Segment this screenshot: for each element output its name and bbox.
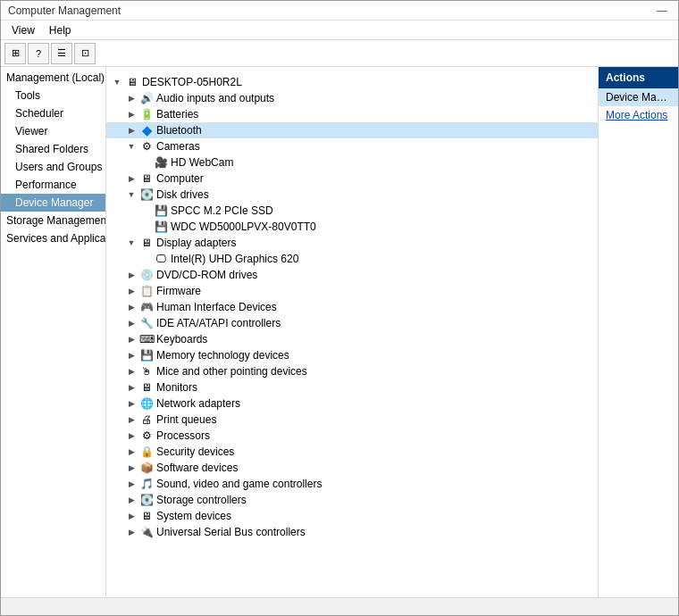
toggle-print[interactable]: ▶ [124,415,138,424]
computer-icon2: 🖥 [138,171,155,186]
sidebar-item-performance[interactable]: Performance [1,176,105,194]
print-label: Print queues [155,413,216,426]
tree-item-firmware[interactable]: ▶ 📋 Firmware [106,283,598,299]
title-bar-controls: — [653,4,671,17]
tree-item-storage-ctrl[interactable]: ▶ 💽 Storage controllers [106,492,598,508]
tree-item-mice[interactable]: ▶ 🖱 Mice and other pointing devices [106,363,598,379]
tree-item-monitors[interactable]: ▶ 🖥 Monitors [106,379,598,395]
toggle-bluetooth[interactable]: ▶ [124,126,138,135]
toggle-security[interactable]: ▶ [124,447,138,456]
sidebar-item-services-apps[interactable]: Services and Applications [1,229,105,247]
toggle-display[interactable]: ▼ [124,238,138,247]
sidebar: Management (Local) Tools Scheduler Viewe… [1,67,106,597]
right-panel: Actions Device Manager More Actions [598,67,678,597]
toggle-processors[interactable]: ▶ [124,431,138,440]
toggle-dvd[interactable]: ▶ [124,271,138,279]
batteries-label: Batteries [155,108,198,121]
toggle-audio[interactable]: ▶ [124,94,138,103]
storage-ctrl-label: Storage controllers [155,494,247,506]
tree-item-bluetooth[interactable]: ▶ ◆ Bluetooth [106,122,598,138]
sound-label: Sound, video and game controllers [155,478,322,490]
tree-item-audio[interactable]: ▶ 🔊 Audio inputs and outputs [106,90,598,106]
toolbar-btn-list[interactable]: ☰ [51,43,72,64]
sidebar-item-storage-management[interactable]: Storage Management [1,212,105,229]
wdc-label: WDC WD5000LPVX-80V0TT0 [169,221,316,233]
toggle-mice[interactable]: ▶ [124,367,138,376]
tree-item-software[interactable]: ▶ 📦 Software devices [106,460,598,476]
toggle-memory[interactable]: ▶ [124,351,138,360]
tree-item-sound[interactable]: ▶ 🎵 Sound, video and game controllers [106,476,598,492]
ide-label: IDE ATA/ATAPI controllers [155,317,281,329]
tree-item-wdc[interactable]: ▶ 💾 WDC WD5000LPVX-80V0TT0 [106,219,598,235]
sidebar-item-shared-folders[interactable]: Shared Folders [1,140,105,158]
cameras-label: Cameras [155,140,200,153]
sidebar-item-management-local[interactable]: Management (Local) [1,69,105,87]
intel-label: Intel(R) UHD Graphics 620 [169,253,298,265]
action-more-actions[interactable]: More Actions [599,106,678,124]
display-icon: 🖥 [138,236,155,250]
toggle-cameras[interactable]: ▼ [124,142,138,151]
tree-item-intel-uhd[interactable]: ▶ 🖵 Intel(R) UHD Graphics 620 [106,251,598,267]
tree-item-ide[interactable]: ▶ 🔧 IDE ATA/ATAPI controllers [106,315,598,331]
tree-item-computer[interactable]: ▶ 🖥 Computer [106,171,598,187]
action-device-manager[interactable]: Device Manager [599,88,678,106]
toggle-network[interactable]: ▶ [124,399,138,408]
firmware-label: Firmware [155,285,201,297]
tree-item-processors[interactable]: ▶ ⚙ Processors [106,428,598,444]
actions-header: Actions [599,67,678,88]
hid-label: Human Interface Devices [155,301,277,313]
tree-item-keyboards[interactable]: ▶ ⌨ Keyboards [106,331,598,347]
tree-item-root[interactable]: ▼ 🖥 DESKTOP-05H0R2L [106,74,598,90]
storage-ctrl-icon: 💽 [138,493,155,507]
content-area[interactable]: ▼ 🖥 DESKTOP-05H0R2L ▶ 🔊 Audio inputs and… [106,67,598,597]
toggle-disk-drives[interactable]: ▼ [124,190,138,199]
hd-webcam-label: HD WebCam [169,156,233,169]
tree-item-hid[interactable]: ▶ 🎮 Human Interface Devices [106,299,598,315]
toggle-firmware[interactable]: ▶ [124,287,138,296]
toggle-root[interactable]: ▼ [110,78,124,87]
tree-item-network[interactable]: ▶ 🌐 Network adapters [106,395,598,412]
toggle-system-devices[interactable]: ▶ [124,512,138,520]
system-devices-icon: 🖥 [138,509,155,523]
toggle-computer[interactable]: ▶ [124,174,138,183]
tree-item-batteries[interactable]: ▶ 🔋 Batteries [106,106,598,122]
toolbar-btn-grid[interactable]: ⊞ [4,43,26,64]
sidebar-item-device-manager[interactable]: Device Manager [1,194,105,212]
tree-item-cameras[interactable]: ▼ ⚙ Cameras [106,138,598,154]
minimize-button[interactable]: — [653,4,671,17]
menu-help[interactable]: Help [42,22,79,38]
toggle-batteries[interactable]: ▶ [124,110,138,119]
sidebar-item-users-groups[interactable]: Users and Groups [1,158,105,176]
tree-item-print[interactable]: ▶ 🖨 Print queues [106,412,598,428]
tree-item-spcc[interactable]: ▶ 💾 SPCC M.2 PCIe SSD [106,203,598,219]
tree-item-system-devices[interactable]: ▶ 🖥 System devices [106,508,598,524]
sidebar-item-viewer[interactable]: Viewer [1,122,105,140]
tree-item-memory[interactable]: ▶ 💾 Memory technology devices [106,347,598,363]
print-icon: 🖨 [138,412,155,427]
sidebar-item-tools[interactable]: Tools [1,87,105,104]
toggle-hid[interactable]: ▶ [124,303,138,312]
usb-icon: 🔌 [138,525,155,539]
toggle-usb[interactable]: ▶ [124,528,138,537]
toggle-monitors[interactable]: ▶ [124,383,138,392]
toggle-keyboards[interactable]: ▶ [124,335,138,344]
toggle-storage-ctrl[interactable]: ▶ [124,495,138,504]
network-label: Network adapters [155,397,240,410]
tree-item-dvd[interactable]: ▶ 💿 DVD/CD-ROM drives [106,267,598,283]
menu-view[interactable]: View [4,22,42,38]
computer-label: Computer [155,172,204,185]
tree-item-hd-webcam[interactable]: ▶ 🎥 HD WebCam [106,154,598,171]
tree-item-disk-drives[interactable]: ▼ 💽 Disk drives [106,187,598,203]
toolbar-btn-properties[interactable]: ⊡ [74,43,96,64]
batteries-icon: 🔋 [138,107,155,121]
sidebar-item-scheduler[interactable]: Scheduler [1,104,105,122]
toggle-ide[interactable]: ▶ [124,319,138,328]
bluetooth-label: Bluetooth [155,124,202,137]
toggle-software[interactable]: ▶ [124,463,138,472]
toolbar-btn-help[interactable]: ? [28,43,49,64]
tree-item-security[interactable]: ▶ 🔒 Security devices [106,444,598,460]
tree-item-usb[interactable]: ▶ 🔌 Universal Serial Bus controllers [106,524,598,540]
tree-item-display-adapters[interactable]: ▼ 🖥 Display adapters [106,235,598,251]
software-icon: 📦 [138,461,155,475]
toggle-sound[interactable]: ▶ [124,479,138,488]
